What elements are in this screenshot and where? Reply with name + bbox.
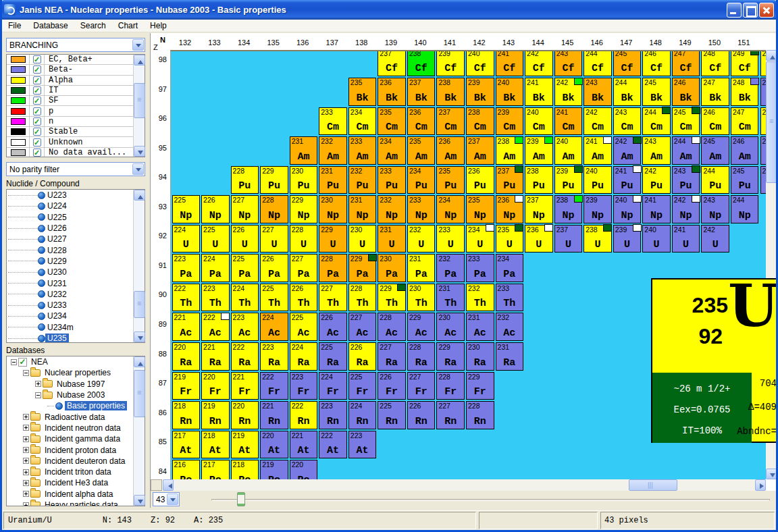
nuclide-cell-240u[interactable]: 240U [642,225,671,253]
nuclide-cell-233pa[interactable]: 233Pa [466,254,494,282]
nuclide-tree-item-U233[interactable]: U233 [7,300,133,311]
nuclide-cell-230th[interactable]: 230Th [407,284,436,312]
nuclide-label[interactable]: U234 [45,311,69,321]
db-tree-label[interactable]: Nubase 1997 [55,379,107,389]
nuclide-cell-242bk[interactable]: 242Bk [554,78,583,106]
nuclide-cell-226ra[interactable]: 226Ra [348,342,377,371]
nuclide-cell-230ac[interactable]: 230Ac [436,313,465,341]
legend-checkbox[interactable]: ✓ [33,149,41,157]
db-tree-item[interactable]: Incident He3 data [7,477,133,488]
nuclide-cell-222ac[interactable]: 222Ac [201,313,230,341]
nuclide-cell-236bk[interactable]: 236Bk [378,78,406,106]
chevron-down-icon[interactable] [167,494,178,505]
nuclide-cell-223at[interactable]: 223At [348,431,377,459]
nuclide-cell-223rn[interactable]: 223Rn [319,401,347,429]
db-tree-item[interactable]: Incident neutron data [7,423,133,433]
db-tree-label[interactable]: Heavy particles data [43,500,120,506]
nuclide-cell-245cf[interactable]: 245Cf [613,50,642,76]
nuclide-cell-246cm[interactable]: 246Cm [701,107,729,136]
tree-expander-icon[interactable] [23,502,29,506]
nuclide-cell-229ra[interactable]: 229Ra [436,342,465,371]
scrollbar-thumb[interactable] [134,83,145,118]
nuclide-cell-219at[interactable]: 219At [231,431,259,459]
db-tree-item[interactable]: Incident alpha data [7,489,133,500]
nuclide-cell-230ra[interactable]: 230Ra [466,342,494,371]
nuclide-cell-217at[interactable]: 217At [172,431,201,459]
nuclide-cell-247cf[interactable]: 247Cf [672,50,700,76]
nuclide-cell-237am[interactable]: 237Am [466,136,494,165]
nuclide-label[interactable]: U233 [45,300,69,310]
db-tree-label[interactable]: Incident deuteron data [43,456,127,466]
nuclide-cell-242cm[interactable]: 242Cm [584,107,612,136]
tree-expander-icon[interactable] [11,359,17,365]
nuclide-cell-228pa[interactable]: 228Pa [319,254,347,282]
nuclide-cell-229fr[interactable]: 229Fr [466,372,494,400]
close-button[interactable] [759,3,774,18]
nuclide-cell-223fr[interactable]: 223Fr [290,372,318,400]
scroll-up-icon[interactable] [766,50,778,61]
nuclide-cell-220at[interactable]: 220At [260,431,288,459]
nuclide-cell-223th[interactable]: 223Th [201,284,230,312]
nuclide-label[interactable]: U235 [45,334,69,342]
nuclide-cell-218at[interactable]: 218At [201,431,230,459]
nuclide-tree-item-U232[interactable]: U232 [7,289,133,300]
scroll-down-icon[interactable] [134,146,145,157]
nuclide-tree-item-U223[interactable]: U223 [7,190,133,201]
nuclide-cell-245am[interactable]: 245Am [701,136,729,165]
legend-checkbox[interactable]: ✓ [33,117,41,126]
nuclide-cell-233am[interactable]: 233Am [348,136,377,165]
nuclide-cell-237cm[interactable]: 237Cm [436,107,465,136]
tree-expander-icon[interactable] [35,392,41,398]
nuclide-cell-233cm[interactable]: 233Cm [319,107,347,136]
nuclide-label[interactable]: U226 [45,223,69,233]
db-tree-item[interactable]: Heavy particles data [7,500,133,506]
db-tree-item[interactable]: Incident triton data [7,467,133,477]
nuclide-cell-226rn[interactable]: 226Rn [407,401,436,429]
nuclide-cell-238bk[interactable]: 238Bk [436,78,465,106]
nuclide-cell-222ra[interactable]: 222Ra [231,342,259,371]
nuclide-cell-234pu[interactable]: 234Pu [407,166,436,194]
scroll-up-icon[interactable] [134,356,145,367]
nuclide-cell-227u[interactable]: 227U [260,225,288,253]
nuclide-cell-220po[interactable]: 220Po [290,460,318,479]
nuclide-cell-248bk[interactable]: 248Bk [731,78,759,106]
branching-select[interactable]: BRANCHING [6,38,145,52]
nuclide-cell-227pa[interactable]: 227Pa [290,254,318,282]
nuclide-cell-234cm[interactable]: 234Cm [348,107,377,136]
nuclide-cell-232th[interactable]: 232Th [466,284,494,312]
db-tree-item[interactable]: Nubase 1997 [7,379,133,390]
scroll-left-icon[interactable] [163,479,174,491]
nuclide-cell-234pa[interactable]: 234Pa [496,254,524,282]
zoom-level-select[interactable]: 43 [153,492,180,506]
nuclide-cell-245cm[interactable]: 245Cm [672,107,700,136]
nuclide-cell-240pu[interactable]: 240Pu [584,166,612,194]
nuclide-cell-219rn[interactable]: 219Rn [201,401,230,429]
legend-checkbox[interactable]: ✓ [33,86,41,95]
nuclide-cell-228ac[interactable]: 228Ac [378,313,406,341]
nuclide-cell-244pu[interactable]: 244Pu [701,166,729,194]
nuclide-cell-237bk[interactable]: 237Bk [407,78,436,106]
tree-expander-icon[interactable] [23,447,29,453]
menu-item-search[interactable]: Search [74,20,112,32]
nuclide-tree-item-U226[interactable]: U226 [7,223,133,234]
nuclide-cell-225fr[interactable]: 225Fr [348,372,377,400]
nuclide-cell-248cm[interactable]: 248Cm [760,107,767,136]
nuclide-cell-237cf[interactable]: 237Cf [378,50,406,76]
maximize-button[interactable] [743,3,758,18]
nuclide-cell-232pu[interactable]: 232Pu [348,166,377,194]
db-tree-label[interactable]: Radioactive data [43,413,107,422]
db-tree-label[interactable]: Incident He3 data [43,478,110,487]
nuclide-cell-249cf[interactable]: 249Cf [731,50,759,76]
nuclide-cell-224th[interactable]: 224Th [231,284,259,312]
nuclide-label[interactable]: U228 [45,246,69,255]
nuclide-cell-239bk[interactable]: 239Bk [466,78,494,106]
title-bar[interactable]: Janis NEA - Nuclear properties - Nubase … [0,0,778,20]
tree-expander-icon[interactable] [23,458,29,464]
nuclide-cell-240bk[interactable]: 240Bk [496,78,524,106]
nuclide-cell-228fr[interactable]: 228Fr [436,372,465,400]
nuclide-cell-220rn[interactable]: 220Rn [231,401,259,429]
nuclide-cell-231ra[interactable]: 231Ra [496,342,524,371]
horizontal-scrollbar[interactable] [163,479,766,491]
db-tree-item[interactable]: Basic properties [7,400,133,411]
nuclide-cell-228np[interactable]: 228Np [260,195,288,223]
